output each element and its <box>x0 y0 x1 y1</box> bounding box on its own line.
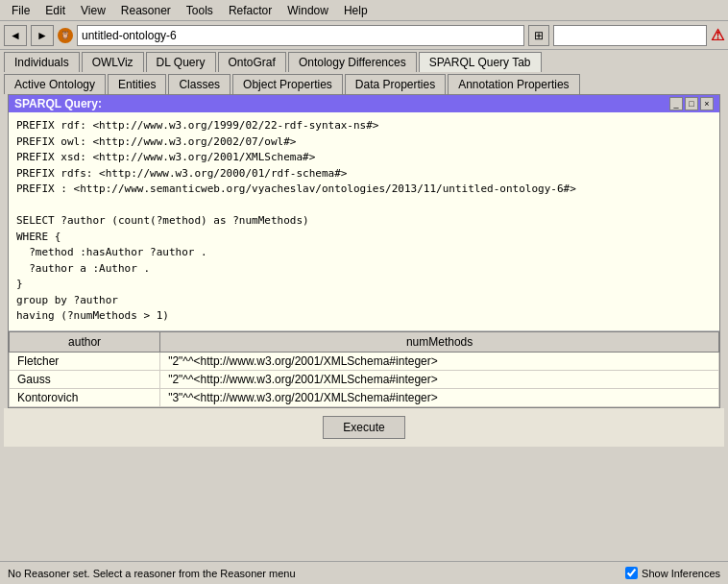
toolbar: ◄ ► 🦉 ⊞ ⚠ <box>0 21 728 50</box>
menu-edit[interactable]: Edit <box>37 2 73 19</box>
main-content: SPARQL Query: _ □ × PREFIX rdf: <http://… <box>0 94 728 584</box>
execute-area: Execute <box>4 408 724 447</box>
tab-sparql-query[interactable]: SPARQL Query Tab <box>419 52 542 72</box>
author-cell: Fletcher <box>10 352 160 370</box>
table-row: Gauss"2"^^<http://www.w3.org/2001/XMLSch… <box>10 370 719 388</box>
warning-icon: ⚠ <box>711 26 724 44</box>
results-table: author numMethods Fletcher"2"^^<http://w… <box>9 331 719 407</box>
nummethods-cell: "3"^^<http://www.w3.org/2001/XMLSchema#i… <box>160 388 719 406</box>
tab-owlviz[interactable]: OWLViz <box>82 52 144 72</box>
owl-icon: 🦉 <box>58 28 73 43</box>
tab-annotation-properties[interactable]: Annotation Properties <box>448 74 579 94</box>
results-container: author numMethods Fletcher"2"^^<http://w… <box>9 331 719 407</box>
col-header-author: author <box>10 331 160 352</box>
show-inferences-label: Show Inferences <box>642 568 720 579</box>
back-button[interactable]: ◄ <box>4 25 27 46</box>
minimize-button[interactable]: _ <box>669 97 683 110</box>
grid-icon-button[interactable]: ⊞ <box>528 25 549 46</box>
status-message: No Reasoner set. Select a reasoner from … <box>8 568 296 579</box>
show-inferences-container: Show Inferences <box>625 567 720 579</box>
menu-window[interactable]: Window <box>279 2 336 19</box>
sparql-query-area[interactable]: PREFIX rdf: <http://www.w3.org/1999/02/2… <box>9 112 719 331</box>
menu-view[interactable]: View <box>73 2 113 19</box>
menu-refactor[interactable]: Refactor <box>221 2 279 19</box>
tab-classes[interactable]: Classes <box>168 74 231 94</box>
sparql-header-label: SPARQL Query: <box>14 97 102 110</box>
sparql-header: SPARQL Query: _ □ × <box>9 95 719 112</box>
menu-bar: File Edit View Reasoner Tools Refactor W… <box>0 0 728 21</box>
address-input[interactable] <box>77 25 524 46</box>
nummethods-cell: "2"^^<http://www.w3.org/2001/XMLSchema#i… <box>160 352 719 370</box>
tab-individuals[interactable]: Individuals <box>4 52 80 72</box>
execute-button[interactable]: Execute <box>323 416 404 439</box>
tab-dl-query[interactable]: DL Query <box>146 52 216 72</box>
col-header-nummethods: numMethods <box>160 331 719 352</box>
author-cell: Gauss <box>10 370 160 388</box>
tab-data-properties[interactable]: Data Properties <box>345 74 446 94</box>
table-row: Kontorovich"3"^^<http://www.w3.org/2001/… <box>10 388 719 406</box>
tab-row-1: Individuals OWLViz DL Query OntoGraf Ont… <box>0 50 728 72</box>
tab-entities[interactable]: Entities <box>108 74 166 94</box>
status-bar: No Reasoner set. Select a reasoner from … <box>0 561 728 584</box>
search-input[interactable] <box>553 25 707 46</box>
tab-ontograf[interactable]: OntoGraf <box>218 52 286 72</box>
forward-button[interactable]: ► <box>31 25 54 46</box>
tab-active-ontology[interactable]: Active Ontology <box>4 74 106 94</box>
restore-button[interactable]: □ <box>685 97 698 110</box>
menu-file[interactable]: File <box>4 2 37 19</box>
nummethods-cell: "2"^^<http://www.w3.org/2001/XMLSchema#i… <box>160 370 719 388</box>
tab-object-properties[interactable]: Object Properties <box>232 74 343 94</box>
show-inferences-checkbox[interactable] <box>625 567 638 579</box>
sparql-panel: SPARQL Query: _ □ × PREFIX rdf: <http://… <box>8 94 720 408</box>
menu-help[interactable]: Help <box>336 2 376 19</box>
address-bar-container: 🦉 <box>58 25 524 46</box>
table-row: Fletcher"2"^^<http://www.w3.org/2001/XML… <box>10 352 719 370</box>
menu-reasoner[interactable]: Reasoner <box>113 2 179 19</box>
sparql-header-controls: _ □ × <box>669 97 714 110</box>
menu-tools[interactable]: Tools <box>179 2 221 19</box>
tab-ontology-differences[interactable]: Ontology Differences <box>288 52 417 72</box>
author-cell: Kontorovich <box>10 388 160 406</box>
tab-row-2: Active Ontology Entities Classes Object … <box>0 72 728 94</box>
close-button[interactable]: × <box>700 97 714 110</box>
